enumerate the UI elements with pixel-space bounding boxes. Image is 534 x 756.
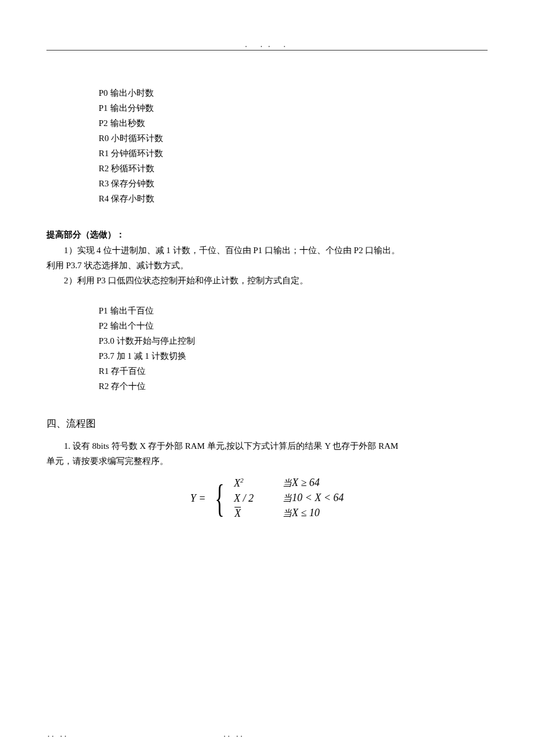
list-item: P2 输出秒数 — [99, 116, 488, 131]
list-item: R3 保存分钟数 — [99, 176, 488, 191]
list-item: R1 存千百位 — [99, 363, 488, 379]
paragraph: 1. 设有 8bits 符号数 X 存于外部 RAM 单元,按以下方式计算后的结… — [46, 438, 488, 453]
case-cond: 当X ≤ 10 — [283, 507, 344, 520]
paragraph: 利用 P3.7 状态选择加、减计数方式。 — [46, 258, 488, 273]
header-rule: . .. . — [46, 41, 488, 51]
paragraph: 单元，请按要求编写完整程序。 — [46, 453, 488, 469]
section-4-heading: 四、流程图 — [46, 417, 488, 430]
list-item: P2 输出个十位 — [99, 318, 488, 333]
piecewise-formula: Y = { X2 当X ≥ 64 X / 2 当10 < X < 64 X 当X… — [46, 477, 488, 520]
footer-right: .. .. — [222, 730, 243, 739]
case-expr: X / 2 — [234, 492, 254, 505]
list-item: R0 小时循环计数 — [99, 131, 488, 146]
footer-left: .. .. — [46, 730, 67, 739]
list-item: R2 存个十位 — [99, 379, 488, 394]
left-brace-icon: { — [215, 478, 225, 518]
case-cond: 当X ≥ 64 — [283, 477, 344, 489]
register-list-1: P0 输出小时数 P1 输出分钟数 P2 输出秒数 R0 小时循环计数 R1 分… — [46, 85, 488, 206]
paragraph: 2）利用 P3 口低四位状态控制开始和停止计数，控制方式自定。 — [46, 273, 488, 288]
case-expr: X2 — [234, 477, 254, 489]
list-item: P1 输出分钟数 — [99, 100, 488, 116]
case-expr: X — [234, 507, 254, 520]
formula-cases: X2 当X ≥ 64 X / 2 当10 < X < 64 X 当X ≤ 10 — [234, 477, 344, 520]
list-item: P3.0 计数开始与停止控制 — [99, 333, 488, 348]
page: . .. . P0 输出小时数 P1 输出分钟数 P2 输出秒数 R0 小时循环… — [0, 0, 534, 756]
enhance-heading: 提高部分（选做）： — [46, 229, 488, 240]
list-item: P3.7 加 1 减 1 计数切换 — [99, 348, 488, 363]
register-list-2: P1 输出千百位 P2 输出个十位 P3.0 计数开始与停止控制 P3.7 加 … — [46, 303, 488, 394]
formula-lhs: Y = — [190, 492, 206, 505]
enhance-body: 1）实现 4 位十进制加、减 1 计数，千位、百位由 P1 口输出；十位、个位由… — [46, 243, 488, 288]
list-item: R1 分钟循环计数 — [99, 146, 488, 161]
footer-dots: .. .. .. .. — [46, 730, 488, 739]
case-cond: 当10 < X < 64 — [283, 492, 344, 505]
section-4-body: 1. 设有 8bits 符号数 X 存于外部 RAM 单元,按以下方式计算后的结… — [46, 438, 488, 469]
list-item: P1 输出千百位 — [99, 303, 488, 318]
list-item: R2 秒循环计数 — [99, 161, 488, 176]
paragraph: 1）实现 4 位十进制加、减 1 计数，千位、百位由 P1 口输出；十位、个位由… — [46, 243, 488, 258]
list-item: R4 保存小时数 — [99, 191, 488, 206]
list-item: P0 输出小时数 — [99, 85, 488, 100]
